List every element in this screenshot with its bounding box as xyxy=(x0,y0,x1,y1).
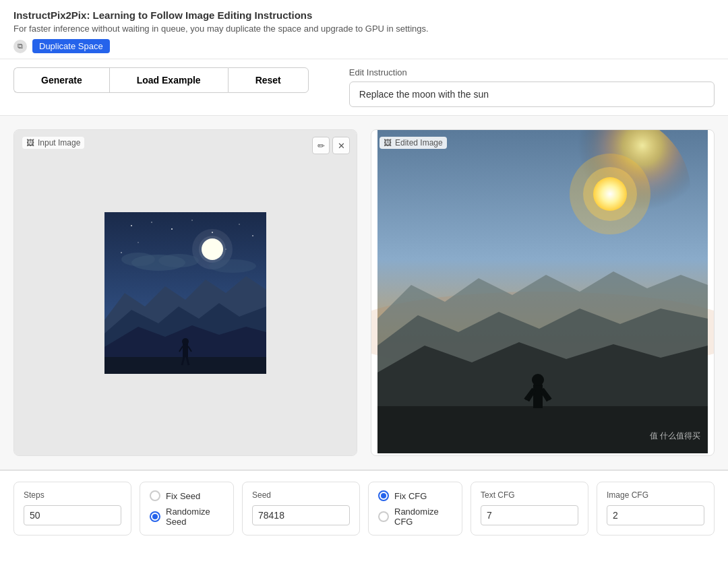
svg-point-10 xyxy=(121,252,122,253)
toolbar-buttons: Generate Load Example Reset xyxy=(13,67,309,93)
image-cfg-input[interactable] xyxy=(607,505,704,525)
seed-label: Seed xyxy=(252,490,350,500)
duplicate-row: ⧉ Duplicate Space xyxy=(13,39,715,53)
edit-instruction-input[interactable] xyxy=(349,82,715,107)
bottom-controls: Steps Fix Seed Randomize Seed Seed Fix C… xyxy=(0,470,728,546)
svg-point-8 xyxy=(138,242,139,243)
top-bar: InstructPix2Pix: Learning to Follow Imag… xyxy=(0,0,728,59)
seed-control: Seed xyxy=(242,482,360,536)
image-cfg-control: Image CFG xyxy=(597,482,715,536)
moon-scene-svg xyxy=(104,212,266,374)
image-icon: 🖼 xyxy=(26,138,34,148)
sun-scene-svg xyxy=(371,130,714,453)
svg-point-39 xyxy=(532,374,544,386)
fix-cfg-option[interactable]: Fix CFG xyxy=(378,490,452,501)
svg-point-1 xyxy=(131,225,132,226)
output-panel: 🖼 Edited Image xyxy=(371,129,715,456)
svg-point-17 xyxy=(209,259,256,273)
reset-button[interactable]: Reset xyxy=(228,67,309,93)
toolbar-row: Generate Load Example Reset Edit Instruc… xyxy=(0,59,728,116)
svg-rect-38 xyxy=(533,385,543,408)
steps-label: Steps xyxy=(24,490,121,500)
watermark: 值 什么值得买 xyxy=(650,430,700,442)
svg-point-23 xyxy=(182,338,189,345)
edit-image-button[interactable]: ✏ xyxy=(312,137,330,154)
input-panel-label: 🖼 Input Image xyxy=(22,137,84,149)
text-cfg-input[interactable] xyxy=(481,505,578,525)
duplicate-space-button[interactable]: Duplicate Space xyxy=(32,39,110,53)
text-cfg-label: Text CFG xyxy=(481,490,578,500)
svg-point-3 xyxy=(171,228,173,230)
duplicate-icon: ⧉ xyxy=(13,40,27,53)
fix-cfg-radio[interactable] xyxy=(378,490,389,501)
generate-button[interactable]: Generate xyxy=(13,67,109,93)
app-subtitle: For faster inference without waiting in … xyxy=(13,24,715,34)
randomize-seed-option[interactable]: Randomize Seed xyxy=(150,507,224,527)
svg-rect-37 xyxy=(377,406,708,453)
cfg-radio-group: Fix CFG Randomize CFG xyxy=(378,490,452,527)
image-actions: ✏ ✕ xyxy=(312,137,350,154)
cfg-toggle-control: Fix CFG Randomize CFG xyxy=(368,482,462,536)
fix-seed-option[interactable]: Fix Seed xyxy=(150,490,224,501)
svg-point-6 xyxy=(239,224,239,224)
load-example-button[interactable]: Load Example xyxy=(109,67,228,93)
fix-seed-radio[interactable] xyxy=(150,490,160,501)
svg-point-15 xyxy=(121,253,155,266)
seed-input[interactable] xyxy=(252,505,350,525)
input-panel: 🖼 Input Image ✏ ✕ xyxy=(13,129,357,456)
image-icon-output: 🖼 xyxy=(384,138,392,148)
svg-rect-21 xyxy=(104,357,266,374)
main-content: 🖼 Input Image ✏ ✕ xyxy=(0,116,728,470)
randomize-cfg-option[interactable]: Randomize CFG xyxy=(378,507,452,527)
steps-control: Steps xyxy=(13,482,131,536)
image-cfg-label: Image CFG xyxy=(607,490,704,500)
randomize-cfg-radio[interactable] xyxy=(378,511,389,522)
app-title: InstructPix2Pix: Learning to Follow Imag… xyxy=(13,9,715,21)
text-cfg-control: Text CFG xyxy=(471,482,588,536)
svg-point-32 xyxy=(593,177,627,211)
edit-instruction-label: Edit Instruction xyxy=(349,67,715,77)
edit-instruction-area: Edit Instruction xyxy=(349,67,715,107)
randomize-seed-radio[interactable] xyxy=(150,511,160,522)
svg-rect-22 xyxy=(183,344,188,357)
svg-point-16 xyxy=(158,254,199,267)
seed-toggle-control: Fix Seed Randomize Seed xyxy=(140,482,234,536)
seed-radio-group: Fix Seed Randomize Seed xyxy=(150,490,224,527)
output-panel-label: 🖼 Edited Image xyxy=(380,137,447,149)
svg-point-4 xyxy=(191,220,193,221)
close-image-button[interactable]: ✕ xyxy=(332,137,350,154)
steps-input[interactable] xyxy=(24,505,121,525)
svg-point-7 xyxy=(252,235,253,236)
svg-point-2 xyxy=(151,222,152,223)
input-image-container xyxy=(14,130,357,455)
svg-point-13 xyxy=(202,238,223,260)
